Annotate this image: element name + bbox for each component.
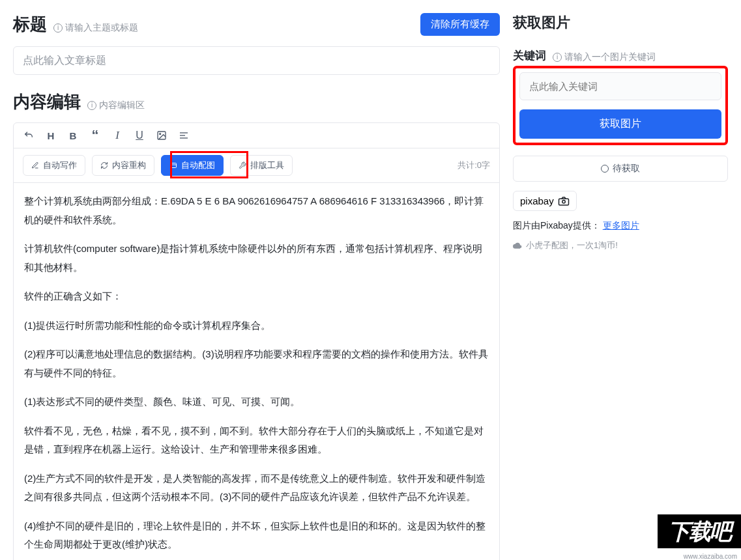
bold-icon[interactable]: B [67, 130, 79, 141]
pixabay-badge: pixabay [513, 191, 577, 211]
editor-paragraph: 软件看不见，无色，枯燥，看不见，摸不到，闻不到。软件大部分存在于人们的头脑或纸上… [24, 422, 489, 459]
italic-icon[interactable]: I [111, 130, 123, 141]
keyword-input[interactable] [519, 72, 721, 100]
editor-paragraph: 整个计算机系统由两部分组成：E.69DA 5 E 6 BA 9062616964… [24, 192, 489, 229]
content-restructure-label: 内容重构 [112, 160, 146, 171]
provider-text: 图片由Pixabay提供： [513, 220, 600, 231]
watermark-logo: 下载吧 [658, 514, 741, 548]
word-count: 共计:0字 [458, 160, 490, 171]
undo-icon[interactable] [23, 130, 35, 141]
content-restructure-button[interactable]: 内容重构 [92, 155, 154, 176]
right-panel-heading: 获取图片 [513, 13, 728, 33]
article-title-input[interactable] [13, 46, 500, 75]
auto-write-label: 自动写作 [43, 160, 77, 171]
clear-cache-button[interactable]: 清除所有缓存 [420, 13, 500, 36]
format-toolbar: H B “ I U [14, 123, 499, 148]
layout-tool-label: 排版工具 [250, 160, 284, 171]
heading-icon[interactable]: H [45, 130, 57, 141]
editor-paragraph: (1)提供运行时所需功能和性能的命令或计算机程序集合。 [24, 316, 489, 335]
underline-icon[interactable]: U [134, 130, 145, 141]
keyword-hint-text: 请输入一个图片关键词 [564, 51, 656, 63]
editor-paragraph: 软件的正确含义如下： [24, 287, 489, 306]
content-heading: 内容编辑 [13, 91, 81, 113]
watermark: 下载吧 www.xiazaiba.com [658, 514, 741, 548]
editor-paragraph: (1)表达形式不同的硬件类型、颜色、味道、可见、可摸、可闻。 [24, 393, 489, 412]
auto-image-label: 自动配图 [181, 160, 215, 171]
cloud-icon [513, 242, 522, 249]
highlight-annotation-right: 获取图片 [513, 66, 728, 145]
editor-content[interactable]: 整个计算机系统由两部分组成：E.69DA 5 E 6 BA 9062616964… [14, 183, 499, 560]
tip-text: 小虎子配图，一次1淘币! [526, 240, 618, 251]
align-left-icon[interactable] [178, 130, 190, 141]
editor-paragraph: (2)生产方式不同的软件是开发，是人类智能的高发挥，而不是传统意义上的硬件制造。… [24, 469, 489, 507]
camera-icon [558, 197, 570, 206]
keyword-label: 关键词 [513, 48, 546, 63]
status-text: 待获取 [613, 163, 640, 175]
svg-point-1 [160, 133, 161, 135]
tip-line: 小虎子配图，一次1淘币! [513, 240, 728, 251]
image-icon[interactable] [156, 130, 167, 141]
layout-tool-button[interactable]: 排版工具 [230, 155, 293, 176]
editor-paragraph: 计算机软件(computer software)是指计算机系统中除硬件以外的所有… [24, 240, 489, 277]
watermark-url: www.xiazaiba.com [684, 553, 737, 560]
circle-icon [601, 165, 609, 173]
auto-write-button[interactable]: 自动写作 [23, 155, 85, 176]
svg-rect-7 [559, 199, 568, 205]
title-hint-text: 请输入主题或标题 [65, 22, 138, 34]
quote-icon[interactable]: “ [89, 130, 101, 141]
svg-rect-5 [171, 163, 177, 168]
svg-point-8 [562, 200, 565, 203]
info-icon: i [87, 101, 96, 110]
fetch-status: 待获取 [513, 156, 728, 182]
content-hint-text: 内容编辑区 [99, 100, 145, 111]
more-images-link[interactable]: 更多图片 [603, 220, 639, 231]
title-hint: i 请输入主题或标题 [53, 22, 138, 34]
title-heading: 标题 [13, 13, 47, 36]
pixabay-name: pixabay [520, 195, 554, 206]
info-icon: i [553, 53, 562, 62]
editor-paragraph: (2)程序可以满意地处理信息的数据结构。(3)说明程序功能要求和程序需要的文档的… [24, 345, 489, 382]
editor-paragraph: (4)维护不同的硬件是旧的，理论上软件是旧的，并不坏，但实际上软件也是旧的和坏的… [24, 517, 489, 554]
provider-line: 图片由Pixabay提供： 更多图片 [513, 220, 728, 232]
content-hint: i 内容编辑区 [87, 100, 145, 111]
get-image-button[interactable]: 获取图片 [519, 109, 721, 139]
info-icon: i [53, 23, 63, 33]
keyword-hint: i 请输入一个图片关键词 [553, 51, 656, 63]
auto-image-button[interactable]: 自动配图 [161, 155, 224, 176]
